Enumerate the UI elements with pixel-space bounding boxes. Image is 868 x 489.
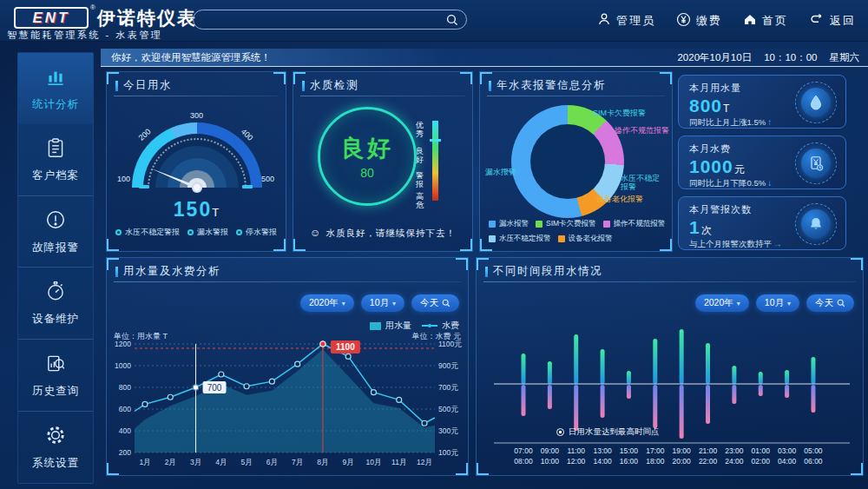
donut-callout: 设备老化报警 — [596, 195, 643, 203]
quality-scale-marker — [430, 139, 441, 142]
time-label-line2: 20:00 — [673, 457, 692, 466]
y-axis-label-left: 1000 — [115, 361, 131, 370]
legend-swatch — [489, 235, 496, 242]
title-accent-bar — [302, 81, 305, 91]
nav-label: 缴费 — [696, 13, 722, 29]
sidebar-item-label: 设备维护 — [32, 312, 79, 327]
search-input[interactable] — [194, 14, 446, 26]
search-icon[interactable] — [446, 14, 458, 26]
quality-scale-bar — [432, 121, 438, 201]
time-label-line2: 04:00 — [778, 457, 797, 466]
x-axis-label: 11月 — [391, 458, 406, 466]
time-text: 10：10：00 — [764, 51, 817, 64]
usage-fee-legend: 用水量 水费 — [370, 320, 459, 332]
x-axis-label: 4月 — [215, 458, 227, 466]
legend-item: 漏水警报 — [187, 227, 228, 238]
filter-label: 10月 — [765, 297, 784, 309]
brand-name: 伊诺特仪表 — [97, 6, 197, 30]
legend-swatch — [603, 221, 610, 228]
quality-status-text: 良好 — [341, 133, 393, 164]
bar-down — [785, 385, 789, 398]
filter-label: 10月 — [370, 297, 389, 309]
time-label-line1: 17:00 — [646, 446, 665, 455]
smiley-icon: ☺ — [310, 227, 321, 239]
sidebar-item-customers[interactable]: 客户档案 — [18, 124, 93, 196]
card-icon-ring — [795, 142, 837, 184]
nav-back[interactable]: 返回 — [809, 13, 856, 29]
legend-label: 设备老化报警 — [569, 234, 613, 244]
title-underline — [487, 96, 665, 96]
time-usage-chart[interactable]: 07:0008:0009:0010:0011:0012:0013:0014:00… — [485, 314, 856, 472]
panel-alarm-analysis: 年水表报警信息分析 SIM卡欠费报警 操作不规范报警 水压不稳定报警 设备老化报… — [479, 71, 673, 252]
title-accent-bar — [489, 81, 491, 91]
search-bar[interactable] — [193, 10, 467, 30]
today-filter[interactable]: 今天 — [411, 294, 459, 312]
nav-admin[interactable]: 管理员 — [597, 12, 655, 30]
water-drop-icon — [801, 88, 831, 117]
legend-label: 操作不规范报警 — [614, 219, 666, 229]
history-search-icon — [44, 352, 67, 378]
card-icon-ring — [795, 82, 837, 123]
bar-down — [680, 385, 684, 439]
quality-score: 80 — [360, 166, 374, 180]
card-subtext: 同时比上月下降0.5% — [689, 178, 766, 188]
time-label-line1: 15:00 — [620, 446, 639, 455]
panel-title-text: 水质检测 — [310, 78, 358, 93]
bar-chart-icon — [44, 65, 67, 91]
sidebar-item-history[interactable]: 历史查询 — [18, 340, 93, 412]
nav-payment[interactable]: 缴费 — [676, 12, 722, 30]
search-icon — [837, 295, 845, 311]
highlight-marker — [193, 385, 198, 390]
legend-label: 漏水警报 — [197, 227, 228, 238]
sidebar-item-settings[interactable]: 系统设置 — [18, 412, 93, 483]
panel-usage-fee: 用水量及水费分析 2020年▾ 10月▾ 今天 用水量 水费 单位：用水量 T … — [106, 257, 469, 476]
card-value: 1 — [689, 217, 700, 237]
nav-home[interactable]: 首页 — [743, 12, 788, 30]
panel-title-text: 用水量及水费分析 — [123, 264, 220, 279]
year-filter[interactable]: 2020年▾ — [695, 294, 749, 312]
y-axis-label-right: 1100元 — [438, 340, 462, 348]
sidebar-item-statistics[interactable]: 统计分析 — [18, 53, 93, 124]
donut-callout: SIM卡欠费报警 — [593, 109, 646, 117]
ring-icon — [236, 229, 242, 235]
y-axis-label-right: 700元 — [438, 383, 458, 392]
sidebar-item-maintenance[interactable]: 设备维护 — [18, 268, 93, 340]
donut-callout: 水压不稳定报警 — [621, 174, 664, 191]
bar-down — [759, 385, 763, 396]
donut-legend: 漏水报警 SIM卡欠费报警 操作不规范报警 水压不稳定报警 设备老化报警 — [489, 219, 668, 244]
sidebar-item-fault-alarm[interactable]: 故障报警 — [18, 196, 93, 268]
year-filter[interactable]: 2020年▾ — [300, 294, 354, 312]
panel-title: 水质检测 — [293, 72, 472, 97]
y-axis-label-right: 900元 — [438, 361, 458, 370]
panel-today-water: 今日用水 100 200 300 400 500 150T 水压不稳定警报 漏水… — [106, 71, 286, 252]
month-filter[interactable]: 10月▾ — [361, 294, 404, 312]
gauge-end-dash — [139, 185, 149, 188]
usage-fee-chart[interactable]: 12001100元1000900元800700元600500元400300元20… — [110, 340, 466, 472]
data-point — [244, 384, 249, 389]
gauge-value: 150T — [107, 198, 286, 221]
card-value: 1000 — [689, 156, 733, 176]
back-icon — [809, 13, 825, 29]
line-swatch — [422, 324, 437, 327]
bar-down — [548, 385, 552, 409]
logo: ENT — [14, 7, 89, 29]
welcome-message: 你好，欢迎使用智慧能源管理系统！ — [111, 51, 271, 64]
home-icon — [743, 12, 757, 30]
x-axis-label: 12月 — [417, 458, 432, 466]
x-axis-label: 5月 — [240, 458, 252, 466]
data-point — [168, 394, 173, 400]
month-filter[interactable]: 10月▾ — [756, 294, 799, 312]
sidebar: 统计分析 客户档案 故障报警 设备维护 历史查询 系统设置 — [17, 52, 94, 484]
trend-flat-icon: → — [773, 239, 782, 248]
y-axis-label-right: 100元 — [438, 448, 458, 457]
today-filter[interactable]: 今天 — [806, 294, 854, 312]
data-point — [295, 361, 300, 367]
registered-mark: ® — [90, 3, 95, 11]
bar-up — [653, 339, 657, 384]
y-axis-label-left: 600 — [119, 405, 131, 413]
header-nav: 管理员 缴费 首页 返回 — [597, 0, 856, 42]
nav-label: 管理员 — [616, 13, 655, 29]
bar-up — [706, 343, 710, 384]
legend-label: 水压不稳定警报 — [125, 227, 180, 238]
data-point — [142, 401, 148, 406]
